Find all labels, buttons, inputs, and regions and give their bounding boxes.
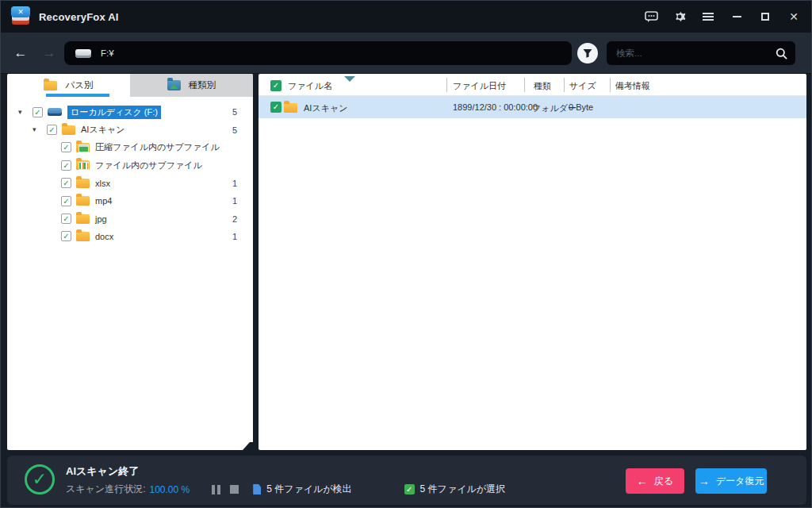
maximize-button[interactable] [754, 6, 776, 28]
tree-item[interactable]: ✓ファイル内のサブファイル [7, 156, 253, 174]
folder-icon [76, 179, 90, 188]
expander-icon[interactable]: ▾ [33, 126, 40, 133]
tree-item-label: ファイル内のサブファイル [95, 160, 202, 171]
disk-icon [48, 108, 62, 116]
column-size[interactable]: サイズ [569, 80, 596, 92]
sort-arrow-icon[interactable] [344, 76, 355, 82]
tree-item-count: 5 [232, 107, 253, 117]
panel-splitter[interactable] [253, 74, 259, 450]
tree: ▾✓ローカルディスク (F:)5▾✓AIスキャン5✓圧縮ファイル内のサブファイル… [7, 97, 253, 245]
current-path: F:¥ [101, 48, 114, 58]
tree-checkbox[interactable]: ✓ [47, 125, 57, 135]
tree-checkbox[interactable]: ✓ [61, 178, 71, 188]
folder-icon [76, 232, 90, 241]
tree-item-label: AIスキャン [81, 124, 124, 136]
recover-arrow-icon: → [699, 475, 710, 487]
menu-icon[interactable] [697, 6, 719, 28]
tab-label: パス別 [65, 79, 93, 91]
folder-icon [284, 103, 297, 113]
titlebar: ✕ RecoveryFox AI ✕ [1, 1, 811, 33]
folder-chart-icon [76, 160, 90, 170]
file-size: 0 Byte [569, 102, 593, 112]
tree-item[interactable]: ✓xlsx1 [7, 175, 253, 192]
statusbar: ✓ AIスキャン終了 スキャン進行状況: 100.00 % 5 件ファイルが検出… [7, 456, 806, 505]
file-name: AIスキャン [304, 102, 347, 114]
tree-item-label: jpg [95, 214, 107, 224]
tree-item-count: 1 [232, 232, 253, 241]
folder-icon [76, 214, 90, 224]
back-button[interactable]: ← 戻る [626, 468, 684, 494]
tree-item[interactable]: ▾✓AIスキャン5 [7, 121, 253, 138]
sidebar-tabs: パス別 種類別 [7, 74, 253, 97]
tree-item[interactable]: ✓docx1 [7, 228, 253, 245]
column-note[interactable]: 備考情報 [615, 80, 650, 92]
stop-icon[interactable] [230, 485, 239, 494]
forward-nav-icon: → [39, 44, 59, 63]
pause-icon[interactable] [212, 485, 220, 495]
tree-checkbox[interactable]: ✓ [61, 142, 71, 152]
progress-label: スキャン進行状況: [66, 483, 145, 496]
tree-item-label: 圧縮ファイル内のサブファイル [95, 141, 220, 153]
tree-item-count: 1 [232, 179, 253, 188]
scan-complete-icon: ✓ [25, 464, 55, 495]
settings-gear-icon[interactable] [668, 6, 691, 28]
folder-open-icon [62, 125, 75, 135]
tree-item[interactable]: ✓mp41 [7, 192, 253, 210]
search-icon[interactable] [776, 48, 787, 60]
tree-checkbox[interactable]: ✓ [33, 107, 43, 117]
back-button-label: 戻る [654, 475, 673, 488]
expander-icon[interactable]: ▾ [18, 109, 26, 116]
column-type[interactable]: 種類 [534, 80, 551, 92]
select-all-checkbox[interactable]: ✓ [270, 80, 282, 91]
scan-status-title: AIスキャン終了 [66, 464, 139, 479]
folder-icon [44, 81, 57, 90]
close-button[interactable]: ✕ [783, 6, 805, 28]
app-title: RecoveryFox AI [39, 11, 119, 23]
search-input[interactable] [607, 48, 776, 58]
file-date: 1899/12/30 : 00:00:00 [453, 102, 538, 112]
file-doc-icon [253, 484, 261, 495]
tree-checkbox[interactable]: ✓ [61, 231, 71, 241]
filter-icon[interactable] [577, 43, 598, 64]
search-box[interactable] [607, 41, 795, 65]
tree-item-count: 2 [232, 214, 253, 224]
path-bar[interactable]: F:¥ [64, 41, 572, 65]
selected-checkbox-icon: ✓ [404, 484, 415, 495]
file-table-header: ✓ ファイル名 ファイル日付 種類 サイズ 備考情報 [259, 74, 806, 96]
tree-item[interactable]: ▾✓ローカルディスク (F:)5 [7, 103, 253, 121]
tree-item[interactable]: ✓jpg2 [7, 210, 253, 227]
active-tab-indicator [46, 94, 109, 97]
table-row[interactable]: ✓AIスキャン1899/12/30 : 00:00:00フォルダー0 Byte [259, 96, 806, 118]
file-table-body: ✓AIスキャン1899/12/30 : 00:00:00フォルダー0 Byte [259, 96, 806, 118]
app-window: ✕ RecoveryFox AI ✕ ← → F:¥ [0, 0, 812, 508]
recover-button-label: データ復元 [716, 475, 764, 488]
files-selected-text: 5 件ファイルが選択 [420, 483, 505, 496]
drive-icon [75, 49, 91, 58]
folder-icon [76, 196, 90, 206]
tree-checkbox[interactable]: ✓ [61, 214, 71, 224]
back-arrow-icon: ← [637, 475, 648, 487]
column-file-name[interactable]: ファイル名 [288, 80, 332, 92]
recover-data-button[interactable]: → データ復元 [695, 468, 767, 494]
tree-item-label: mp4 [95, 196, 112, 206]
tree-item-label: xlsx [95, 179, 110, 188]
tree-checkbox[interactable]: ✓ [61, 160, 71, 171]
feedback-icon[interactable] [640, 6, 662, 28]
toolbar: ← → F:¥ [1, 33, 811, 74]
row-checkbox[interactable]: ✓ [270, 102, 282, 113]
tree-item-label: docx [95, 232, 113, 241]
progress-value: 100.00 % [149, 484, 190, 495]
sidebar: パス別 種類別 ▾✓ローカルディスク (F:)5▾✓AIスキャン5✓圧縮ファイル… [7, 74, 253, 450]
files-detected-text: 5 件ファイルが検出 [266, 483, 351, 496]
tree-checkbox[interactable]: ✓ [61, 196, 71, 206]
tree-item-label: ローカルディスク (F:) [67, 106, 161, 119]
tab-by-type[interactable]: 種類別 [130, 74, 253, 97]
tree-item-count: 1 [232, 196, 253, 206]
column-file-date[interactable]: ファイル日付 [453, 80, 506, 92]
tree-item-count: 5 [232, 125, 253, 135]
app-logo-icon: ✕ [10, 6, 31, 27]
tree-item[interactable]: ✓圧縮ファイル内のサブファイル [7, 139, 253, 156]
back-nav-icon[interactable]: ← [10, 44, 31, 63]
minimize-button[interactable] [726, 6, 748, 28]
image-folder-icon [167, 80, 181, 90]
